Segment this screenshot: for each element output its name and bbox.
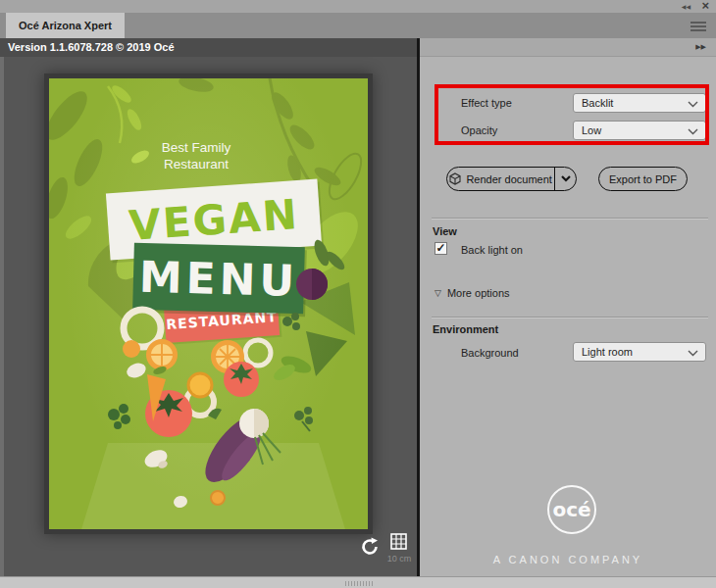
cube-icon: [449, 172, 461, 185]
background-label: Background: [461, 347, 519, 359]
tomato: [224, 362, 259, 397]
mushroom: [142, 447, 171, 471]
plugin-window: ◀◀ × Océ Arizona Xpert Version 1.1.6078.…: [0, 0, 716, 588]
more-options-label: More options: [447, 287, 510, 299]
vertical-scrollbar[interactable]: [0, 57, 4, 576]
parsley: [108, 404, 130, 429]
beet: [296, 269, 328, 300]
back-light-label: Back light on: [461, 244, 523, 256]
orange: [211, 491, 225, 505]
section-divider: [432, 218, 708, 220]
orange-slice: [146, 339, 178, 370]
effect-type-dropdown[interactable]: Backlit: [573, 93, 706, 113]
environment-section-title: Environment: [433, 323, 498, 335]
version-text: Version 1.1.6078.728 © 2019 Océ: [0, 38, 418, 57]
settings-panel: ▶▶ Effect type Backlit Opacity Low Rende: [420, 38, 716, 576]
opacity-label: Opacity: [461, 124, 497, 136]
oce-logo-text: océ: [552, 498, 590, 521]
mushroom: [125, 361, 148, 380]
orange: [123, 340, 140, 358]
grid-scale-label: 10 cm: [384, 554, 414, 564]
view-section-title: View: [433, 225, 457, 237]
chevron-down-icon: [561, 175, 571, 182]
render-document-button[interactable]: Render document: [446, 167, 577, 191]
section-divider: [432, 317, 708, 318]
chevron-down-icon: [688, 350, 698, 357]
background-dropdown[interactable]: Light room: [573, 342, 706, 362]
orange: [188, 373, 212, 397]
company-text: A CANON COMPANY: [420, 554, 716, 565]
tab-bar: Océ Arizona Xpert: [0, 13, 716, 38]
collapse-panel-icon[interactable]: ◀◀: [682, 3, 690, 10]
leaves: [272, 353, 314, 383]
expand-panel-icon[interactable]: ▶▶: [695, 43, 706, 51]
export-to-pdf-button[interactable]: Export to PDF: [598, 167, 688, 191]
effect-type-value: Backlit: [582, 97, 613, 109]
arugula-leaves: [312, 238, 347, 272]
rotate-view-icon[interactable]: [359, 536, 381, 558]
triangle-down-icon: ▽: [435, 288, 441, 298]
back-light-checkbox[interactable]: ✓: [435, 242, 447, 255]
mushroom: [173, 494, 189, 509]
parsley: [282, 313, 300, 330]
render-document-label: Render document: [466, 173, 551, 185]
chevron-down-icon: [688, 128, 698, 135]
effect-type-label: Effect type: [461, 97, 512, 109]
tab-oce-arizona-xpert[interactable]: Océ Arizona Xpert: [6, 13, 125, 38]
document-preview: Best Family Restaurant VEGAN RESTAURANT …: [44, 74, 373, 534]
grid-toggle-icon[interactable]: [390, 533, 407, 550]
parsley: [294, 407, 313, 431]
export-to-pdf-label: Export to PDF: [609, 173, 677, 185]
oce-logo: océ: [547, 485, 596, 534]
opacity-value: Low: [582, 124, 601, 136]
background-value: Light room: [582, 346, 633, 358]
opacity-dropdown[interactable]: Low: [573, 121, 706, 140]
panel-menu-icon[interactable]: [690, 22, 706, 33]
vegetables-illustration: [49, 78, 373, 534]
titlebar: ◀◀ ×: [0, 0, 716, 13]
preview-pane: Version 1.1.6078.728 © 2019 Océ: [0, 38, 418, 576]
more-options-toggle[interactable]: ▽ More options: [435, 287, 510, 299]
render-options-arrow[interactable]: [554, 168, 576, 190]
scrollbar-grip[interactable]: [345, 581, 373, 586]
chevron-down-icon: [688, 101, 698, 108]
onion-ring: [245, 340, 271, 366]
check-icon: ✓: [435, 241, 445, 255]
horizontal-scrollbar[interactable]: [0, 576, 716, 588]
close-icon[interactable]: ×: [701, 0, 709, 13]
panel-header: ▶▶: [420, 38, 716, 57]
